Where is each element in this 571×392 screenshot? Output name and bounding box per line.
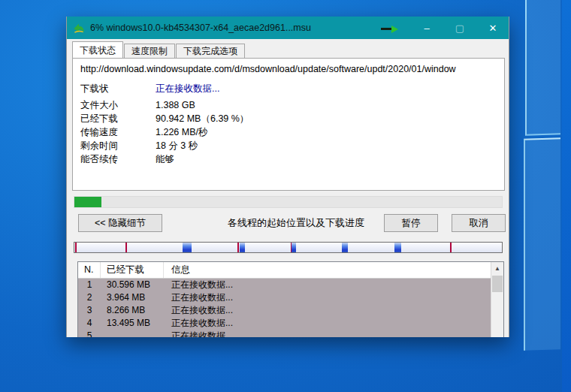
thread-downloaded-block [240,243,245,252]
cell-thread-number: 3 [78,304,101,317]
cell-info: 正在接收数据... [164,291,491,304]
scroll-up-icon[interactable]: ▲ [491,262,503,275]
thread-downloaded-block [342,243,349,252]
download-url: http://download.windowsupdate.com/d/msdo… [73,59,504,77]
cell-info: 正在接收数据... [164,279,491,291]
progress-fill [74,197,101,207]
thread-progress-bar [74,242,503,253]
tab-bar: 下载状态速度限制下载完成选项 [72,41,246,58]
detail-label: 下载状 [80,82,156,95]
cell-downloaded-size: 8.266 MB [101,304,164,317]
detail-row: 剩余时间18 分 3 秒 [80,139,504,152]
cell-downloaded-size: 13.495 MB [101,317,164,330]
wallpaper-window-pane-upper [525,0,560,136]
detail-label: 文件大小 [80,98,156,112]
cell-thread-number: 4 [78,317,101,330]
detail-value: 90.942 MB（6.39 %） [156,112,249,125]
detail-row: 能否续传能够 [80,152,504,166]
overall-progress-bar [74,196,503,208]
detail-value: 能够 [156,152,174,166]
cell-thread-number: 1 [78,279,101,291]
detail-label: 能否续传 [80,152,156,166]
hide-details-button[interactable]: << 隐藏细节 [78,214,162,232]
table-row[interactable]: 23.964 MB正在接收数据... [78,291,491,304]
cell-info: 正在接收数据... [164,317,491,330]
detail-value: 1.226 MB/秒 [156,125,207,139]
pause-button[interactable]: 暂停 [384,214,438,232]
tab-2[interactable]: 下载完成选项 [176,44,245,58]
detail-value: 正在接收数据... [156,82,219,95]
column-header-n[interactable]: N. [78,262,101,278]
idm-logo-icon [72,21,86,35]
detail-value: 18 分 3 秒 [156,139,198,152]
threads-caption: 各线程的起始位置以及下载进度 [180,214,412,232]
title-bar[interactable]: 6% windows10.0-kb4534307-x64_aecae2d961.… [67,17,509,39]
detail-label: 传输速度 [80,125,156,139]
table-scrollbar[interactable]: ▲ ▼ [491,262,503,337]
cell-downloaded-size: 30.596 MB [101,279,164,291]
minimize-button[interactable]: – [415,18,438,38]
thread-start-marker [450,243,452,252]
detail-row: 文件大小1.388 GB [80,98,504,112]
tab-1[interactable]: 速度限制 [124,44,175,58]
cell-info: 正在接收数据... [164,330,491,337]
detail-label: 已经下载 [80,112,156,125]
wallpaper-window-pane-lower [524,137,560,351]
thread-downloaded-block [183,243,192,252]
thread-start-marker [125,243,127,252]
table-row[interactable]: 5正在接收数据... [78,330,491,337]
column-header-info[interactable]: 信息 [164,262,491,278]
cell-thread-number: 2 [78,291,101,304]
cancel-button[interactable]: 取消 [452,214,506,232]
thread-start-marker [75,243,77,252]
detail-rows: 下载状正在接收数据...文件大小1.388 GB已经下载90.942 MB（6.… [73,77,504,166]
table-row[interactable]: 38.266 MB正在接收数据... [78,304,491,317]
download-status-panel: http://download.windowsupdate.com/d/msdo… [72,58,505,191]
tab-0[interactable]: 下载状态 [72,41,123,58]
detail-row: 下载状正在接收数据... [80,82,504,95]
table-header: N. 已经下载 信息 [78,262,491,279]
table-body: 130.596 MB正在接收数据...23.964 MB正在接收数据...38.… [78,279,491,337]
cell-info: 正在接收数据... [164,304,491,317]
cell-thread-number: 5 [78,330,101,337]
column-header-size[interactable]: 已经下载 [101,262,164,278]
window-title: 6% windows10.0-kb4534307-x64_aecae2d961.… [90,23,311,33]
cell-downloaded-size: 3.964 MB [101,291,164,304]
download-activity-arrow-icon [381,26,400,32]
table-row[interactable]: 413.495 MB正在接收数据... [78,317,491,330]
table-row[interactable]: 130.596 MB正在接收数据... [78,279,491,291]
close-button[interactable]: ✕ [482,18,504,38]
thread-downloaded-block [394,243,401,252]
scrollbar-thumb[interactable] [492,276,503,292]
threads-table: N. 已经下载 信息 130.596 MB正在接收数据...23.964 MB正… [77,261,504,337]
maximize-button[interactable]: ▢ [449,18,471,38]
cell-downloaded-size [101,330,164,337]
detail-row: 传输速度1.226 MB/秒 [80,125,504,139]
detail-value: 1.388 GB [156,98,195,112]
wallpaper-glow [562,0,571,392]
thread-downloaded-block [292,243,296,252]
detail-row: 已经下载90.942 MB（6.39 %） [80,112,504,125]
idm-download-dialog: 6% windows10.0-kb4534307-x64_aecae2d961.… [66,17,509,337]
detail-label: 剩余时间 [80,139,156,152]
